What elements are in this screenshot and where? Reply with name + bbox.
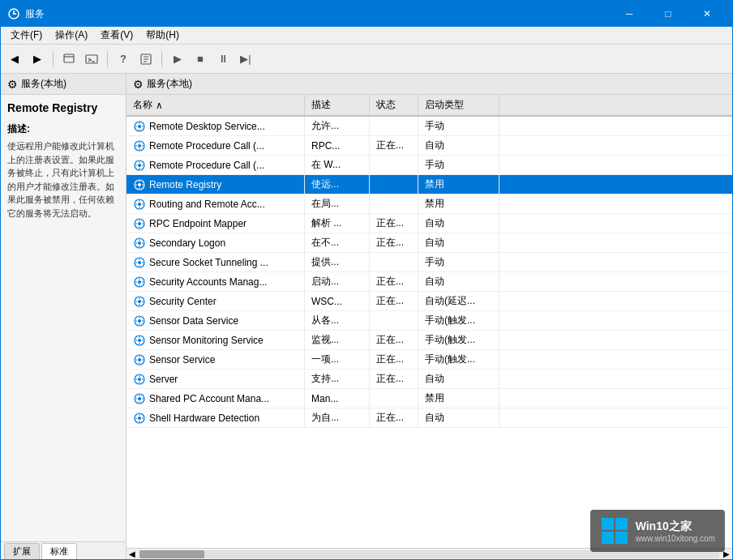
svg-rect-2 [64,54,74,62]
row-name: Routing and Remote Acc... [126,195,305,213]
table-row[interactable]: Shared PC Account Mana... Man... 禁用 [126,389,732,408]
toolbar-pause[interactable]: ⏸ [212,49,234,70]
row-startup: 自动 [418,214,499,233]
svg-rect-38 [615,518,628,530]
row-name: Server [126,370,305,388]
maximize-button[interactable]: □ [649,1,687,27]
svg-point-6 [138,125,141,128]
watermark-url: www.win10xitong.com [636,534,715,543]
toolbar-up[interactable] [58,49,79,70]
sort-arrow: ∧ [156,100,163,111]
table-row[interactable]: Sensor Service 一项... 正在... 手动(触发... [126,350,732,370]
row-desc: Man... [305,389,370,408]
table-row[interactable]: Security Center WSC... 正在... 自动(延迟... [126,292,732,311]
toolbar-play[interactable]: ▶ [167,49,188,70]
table-row[interactable]: Secure Socket Tunneling ... 提供... 手动 [126,253,732,272]
row-status [370,311,418,330]
row-name: Sensor Service [126,350,305,369]
svg-rect-39 [602,532,614,544]
watermark-brand: Win10之家 [636,519,715,534]
row-status: 正在... [370,350,418,369]
menu-view[interactable]: 查看(V) [94,27,139,44]
table-row[interactable]: Remote Desktop Service... 允许... 手动 [126,117,732,136]
row-status: 正在... [370,136,418,155]
svg-point-12 [138,183,141,186]
row-desc: 允许... [305,117,370,135]
content-area: ⚙ 服务(本地) Remote Registry 描述: 使远程用户能修改此计算… [1,74,732,559]
scrollbar-thumb[interactable] [139,550,204,558]
table-row[interactable]: Remote Procedure Call (... RPC... 正在... … [126,136,732,156]
svg-point-16 [138,222,141,225]
window-icon [7,7,20,20]
tab-expand[interactable]: 扩展 [4,543,40,559]
row-name: Security Center [126,292,305,310]
row-status: 正在... [370,331,418,349]
row-desc: 提供... [305,253,370,271]
right-panel-title: 服务(本地) [147,77,192,91]
svg-point-20 [138,261,141,264]
minimize-button[interactable]: ─ [611,1,648,27]
toolbar-show-console[interactable] [81,49,102,70]
table-row[interactable]: Routing and Remote Acc... 在局... 禁用 [126,195,732,214]
col-header-startup[interactable]: 启动类型 [418,95,499,115]
svg-point-28 [138,339,141,342]
col-header-name[interactable]: 名称 ∧ [126,95,305,115]
row-name: RPC Endpoint Mapper [126,214,305,233]
services-table[interactable]: 名称 ∧ 描述 状态 启动类型 Remote Desktop Service..… [126,95,732,548]
row-name: Sensor Data Service [126,311,305,330]
row-startup: 禁用 [418,389,499,408]
menu-help[interactable]: 帮助(H) [139,27,186,44]
table-row[interactable]: Remote Registry 使远... 禁用 [126,175,732,195]
toolbar-properties[interactable] [135,49,156,70]
left-panel-tabs: 扩展 标准 [1,541,126,559]
row-desc: 在局... [305,195,370,213]
table-header: 名称 ∧ 描述 状态 启动类型 [126,95,732,117]
row-status: 正在... [370,214,418,233]
service-icon [133,217,146,230]
toolbar-sep-2 [107,51,108,67]
row-desc: 支持... [305,370,370,388]
row-startup: 自动 [418,408,499,427]
table-row[interactable]: Sensor Data Service 从各... 手动(触发... [126,311,732,331]
table-row[interactable]: Server 支持... 正在... 自动 [126,370,732,389]
row-startup: 自动 [418,233,499,252]
toolbar-restart[interactable]: ▶| [235,49,256,70]
row-desc: RPC... [305,136,370,155]
service-icon [133,276,146,289]
service-icon [133,198,146,211]
row-startup: 手动 [418,156,499,174]
row-startup: 自动(延迟... [418,292,499,310]
toolbar-back[interactable]: ◀ [4,49,25,70]
service-icon [133,237,146,250]
table-row[interactable]: Security Accounts Manag... 启动... 正在... 自… [126,272,732,292]
table-row[interactable]: Remote Procedure Call (... 在 W... 手动 [126,156,732,175]
svg-point-8 [138,144,141,147]
table-row[interactable]: Sensor Monitoring Service 监视... 正在... 手动… [126,331,732,350]
tab-standard[interactable]: 标准 [41,543,77,559]
row-name: Shell Hardware Detection [126,408,305,427]
row-status [370,117,418,135]
row-startup: 手动(触发... [418,350,499,369]
col-header-status[interactable]: 状态 [370,95,418,115]
table-row[interactable]: Secondary Logon 在不... 正在... 自动 [126,233,732,253]
row-startup: 自动 [418,272,499,291]
service-icon [133,334,146,347]
toolbar-forward[interactable]: ▶ [27,49,48,70]
menu-action[interactable]: 操作(A) [49,27,94,44]
row-name: Security Accounts Manag... [126,272,305,291]
watermark: Win10之家 www.win10xitong.com [590,510,725,552]
col-header-desc[interactable]: 描述 [305,95,370,115]
row-desc: 在不... [305,233,370,252]
table-row[interactable]: RPC Endpoint Mapper 解析 ... 正在... 自动 [126,214,732,233]
row-status [370,389,418,408]
left-panel-icon: ⚙ [7,78,18,91]
toolbar-help[interactable]: ? [113,49,134,70]
close-button[interactable]: ✕ [688,1,726,27]
svg-rect-37 [602,518,614,530]
menu-bar: 文件(F) 操作(A) 查看(V) 帮助(H) [1,27,732,45]
toolbar-stop[interactable]: ■ [190,49,211,70]
menu-file[interactable]: 文件(F) [4,27,49,44]
desc-text: 使远程用户能修改此计算机上的注册表设置。如果此服务被终止，只有此计算机上的用户才… [7,139,119,220]
title-bar-buttons: ─ □ ✕ [611,1,726,27]
table-row[interactable]: Shell Hardware Detection 为自... 正在... 自动 [126,408,732,428]
